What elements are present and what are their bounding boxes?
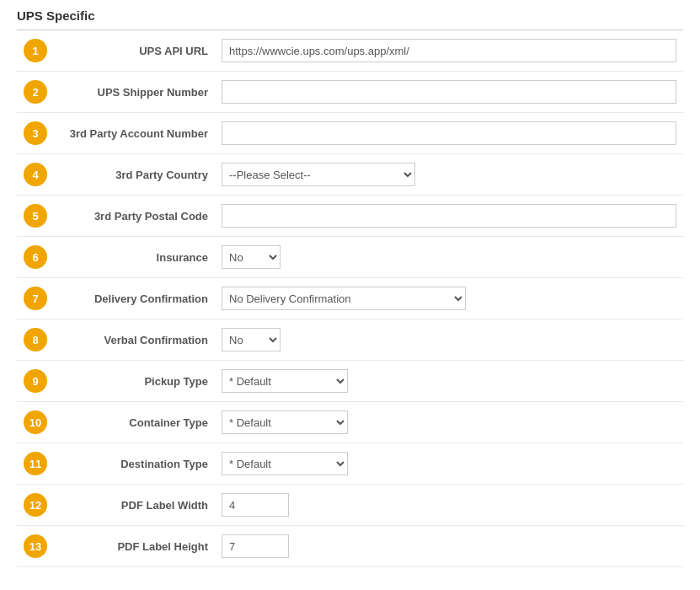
control-cell-12	[215, 526, 683, 567]
badge-cell: 12	[17, 485, 59, 526]
control-cell-2	[215, 113, 683, 154]
ups-specific-section: UPS Specific 1UPS API URL2UPS Shipper Nu…	[0, 0, 700, 590]
label-0: UPS API URL	[59, 30, 215, 72]
step-badge-6: 6	[24, 245, 47, 269]
table-row: 53rd Party Postal Code	[17, 196, 683, 237]
table-row: 9Pickup Type* DefaultDaily PickupCustome…	[17, 361, 683, 402]
table-row: 11Destination Type* DefaultResidentialCo…	[17, 443, 683, 485]
table-row: 10Container Type* DefaultUPS LetterPacka…	[17, 402, 683, 443]
table-row: 2UPS Shipper Number	[17, 72, 683, 113]
control-cell-6: No Delivery ConfirmationDelivery Confirm…	[215, 278, 683, 319]
table-row: 13PDF Label Height	[17, 526, 683, 567]
step-badge-13: 13	[24, 534, 47, 558]
select-destination-type[interactable]: * DefaultResidentialCommercial	[222, 452, 348, 475]
table-row: 33rd Party Account Number	[17, 113, 683, 154]
label-12: PDF Label Height	[59, 526, 215, 567]
step-badge-10: 10	[24, 410, 47, 434]
step-badge-3: 3	[24, 121, 47, 145]
input-pdf-label-height[interactable]	[222, 534, 289, 558]
badge-cell: 8	[17, 319, 59, 361]
badge-cell: 10	[17, 402, 59, 443]
step-badge-11: 11	[24, 452, 47, 475]
step-badge-9: 9	[24, 369, 47, 393]
step-badge-8: 8	[24, 328, 47, 351]
badge-cell: 2	[17, 72, 59, 113]
control-cell-7: NoYes	[215, 319, 683, 361]
label-5: Insurance	[59, 237, 215, 278]
step-badge-1: 1	[24, 39, 47, 62]
select-container-type[interactable]: * DefaultUPS LetterPackageUPS PakUPS Tub…	[222, 410, 348, 434]
label-11: PDF Label Width	[59, 485, 215, 526]
badge-cell: 11	[17, 443, 59, 485]
badge-cell: 13	[17, 526, 59, 567]
form-table: 1UPS API URL2UPS Shipper Number33rd Part…	[17, 30, 683, 567]
badge-cell: 9	[17, 361, 59, 402]
section-title: UPS Specific	[17, 8, 683, 30]
input-ups-api-url[interactable]	[222, 39, 676, 62]
table-row: 6InsuranceNoYes	[17, 237, 683, 278]
label-2: 3rd Party Account Number	[59, 113, 215, 154]
badge-cell: 3	[17, 113, 59, 154]
select-delivery-confirmation[interactable]: No Delivery ConfirmationDelivery Confirm…	[222, 287, 466, 310]
badge-cell: 4	[17, 154, 59, 196]
table-row: 43rd Party Country--Please Select--	[17, 154, 683, 196]
select-insurance[interactable]: NoYes	[222, 245, 281, 269]
control-cell-4	[215, 196, 683, 237]
input-3rd-party-account-number[interactable]	[222, 121, 676, 145]
label-8: Pickup Type	[59, 361, 215, 402]
input-3rd-party-postal-code[interactable]	[222, 204, 676, 228]
control-cell-1	[215, 72, 683, 113]
control-cell-0	[215, 30, 683, 72]
label-1: UPS Shipper Number	[59, 72, 215, 113]
badge-cell: 5	[17, 196, 59, 237]
table-row: 8Verbal ConfirmationNoYes	[17, 319, 683, 361]
control-cell-11	[215, 485, 683, 526]
control-cell-3: --Please Select--	[215, 154, 683, 196]
step-badge-5: 5	[24, 204, 47, 228]
label-3: 3rd Party Country	[59, 154, 215, 196]
label-10: Destination Type	[59, 443, 215, 485]
select-pickup-type[interactable]: * DefaultDaily PickupCustomer CounterOne…	[222, 369, 348, 393]
table-row: 7Delivery ConfirmationNo Delivery Confir…	[17, 278, 683, 319]
badge-cell: 6	[17, 237, 59, 278]
label-4: 3rd Party Postal Code	[59, 196, 215, 237]
badge-cell: 1	[17, 30, 59, 72]
step-badge-2: 2	[24, 80, 47, 104]
step-badge-4: 4	[24, 163, 47, 186]
table-row: 1UPS API URL	[17, 30, 683, 72]
step-badge-12: 12	[24, 493, 47, 517]
label-7: Verbal Confirmation	[59, 319, 215, 361]
step-badge-7: 7	[24, 287, 47, 310]
table-row: 12PDF Label Width	[17, 485, 683, 526]
control-cell-8: * DefaultDaily PickupCustomer CounterOne…	[215, 361, 683, 402]
input-ups-shipper-number[interactable]	[222, 80, 676, 104]
control-cell-10: * DefaultResidentialCommercial	[215, 443, 683, 485]
label-6: Delivery Confirmation	[59, 278, 215, 319]
label-9: Container Type	[59, 402, 215, 443]
input-pdf-label-width[interactable]	[222, 493, 289, 517]
select-verbal-confirmation[interactable]: NoYes	[222, 328, 281, 351]
control-cell-9: * DefaultUPS LetterPackageUPS PakUPS Tub…	[215, 402, 683, 443]
badge-cell: 7	[17, 278, 59, 319]
select-3rd-party-country[interactable]: --Please Select--	[222, 163, 415, 186]
control-cell-5: NoYes	[215, 237, 683, 278]
